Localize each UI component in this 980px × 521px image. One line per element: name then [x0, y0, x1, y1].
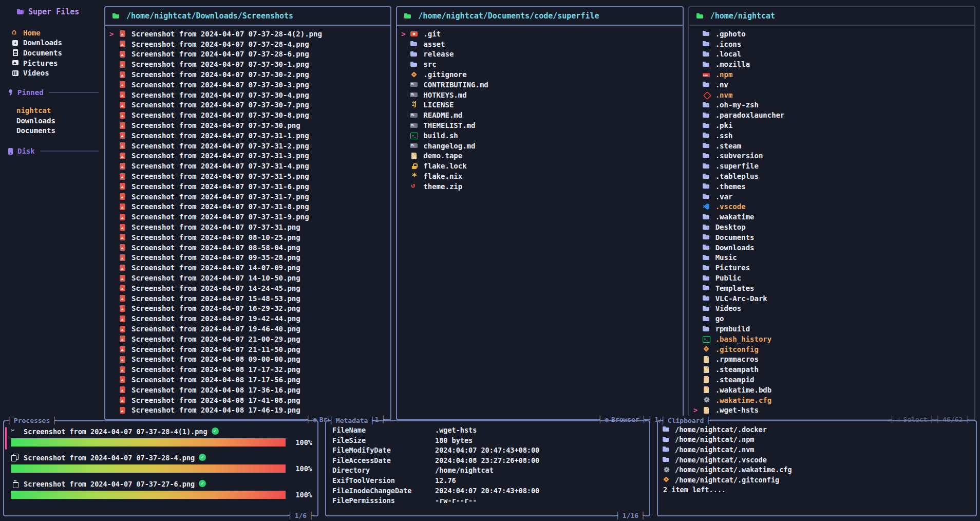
- file-row[interactable]: CONTRIBUTING.md: [401, 80, 680, 90]
- file-row[interactable]: release: [401, 49, 680, 60]
- file-row[interactable]: .bash_history: [693, 334, 972, 344]
- file-row[interactable]: changelog.md: [401, 141, 680, 151]
- file-row[interactable]: theme.zip: [401, 181, 680, 192]
- process-item[interactable]: Screenshot from 2024-04-07 07-37-27-6.pn…: [11, 479, 312, 499]
- sidebar-nav-item[interactable]: Downloads: [11, 38, 103, 48]
- file-row[interactable]: Screenshot from 2024-04-07 07-37-31-3.pn…: [109, 151, 388, 161]
- panel-home[interactable]: /home/nightcat .gphoto .icons: [688, 6, 975, 420]
- file-row[interactable]: Screenshot from 2024-04-07 07-37-31-2.pn…: [109, 141, 388, 151]
- file-row[interactable]: .wget-hsts: [693, 405, 972, 415]
- file-row[interactable]: Public: [693, 273, 972, 283]
- file-row[interactable]: Screenshot from 2024-04-07 14-10-50.png: [109, 273, 388, 283]
- file-row[interactable]: Screenshot from 2024-04-07 07-37-28-4.pn…: [109, 39, 388, 49]
- file-row[interactable]: Screenshot from 2024-04-07 15-48-53.png: [109, 293, 388, 304]
- file-row[interactable]: go: [693, 313, 972, 324]
- file-row[interactable]: .gitignore: [401, 69, 680, 80]
- file-row[interactable]: Pictures: [693, 263, 972, 273]
- file-row[interactable]: LICENSE: [401, 100, 680, 110]
- file-row[interactable]: Videos: [693, 304, 972, 314]
- processes-panel[interactable]: Processes Screenshot from 2024-04-07 07-…: [3, 420, 318, 516]
- file-row[interactable]: .icons: [693, 39, 972, 49]
- file-row[interactable]: Screenshot from 2024-04-08 17-41-08.png: [109, 395, 388, 405]
- file-row[interactable]: .subversion: [693, 151, 972, 161]
- file-row[interactable]: Screenshot from 2024-04-07 07-37-31-9.pn…: [109, 212, 388, 222]
- file-row[interactable]: VLC-Arc-Dark: [693, 293, 972, 304]
- process-item[interactable]: Screenshot from 2024-04-07 07-37-28-4.pn…: [11, 453, 312, 473]
- pinned-item[interactable]: Documents: [16, 126, 103, 137]
- sidebar-nav-item[interactable]: Home: [11, 28, 103, 38]
- file-row[interactable]: Screenshot from 2024-04-08 17-17-32.png: [109, 364, 388, 375]
- panel-superfile[interactable]: /home/nightcat/Documents/code/superfile …: [396, 6, 683, 420]
- file-row[interactable]: rpmbuild: [693, 324, 972, 334]
- file-row[interactable]: Templates: [693, 283, 972, 293]
- panel-screenshots[interactable]: /home/nightcat/Downloads/Screenshots Scr…: [104, 6, 391, 420]
- file-row[interactable]: Screenshot from 2024-04-07 07-37-30-1.pn…: [109, 59, 388, 69]
- file-row[interactable]: Screenshot from 2024-04-07 21-11-50.png: [109, 344, 388, 355]
- file-row[interactable]: Screenshot from 2024-04-07 08-10-25.png: [109, 232, 388, 243]
- file-row[interactable]: Screenshot from 2024-04-07 07-37-30-2.pn…: [109, 69, 388, 80]
- file-row[interactable]: Screenshot from 2024-04-07 21-00-29.png: [109, 334, 388, 344]
- file-row[interactable]: THEMELIST.md: [401, 120, 680, 131]
- file-row[interactable]: Music: [693, 253, 972, 263]
- file-row[interactable]: .wakatime.cfg: [693, 395, 972, 405]
- file-row[interactable]: .wakatime: [693, 212, 972, 222]
- file-row[interactable]: flake.nix: [401, 171, 680, 181]
- file-row[interactable]: Downloads: [693, 243, 972, 253]
- file-row[interactable]: src: [401, 59, 680, 69]
- file-row[interactable]: README.md: [401, 110, 680, 120]
- file-row[interactable]: .pki: [693, 120, 972, 131]
- file-row[interactable]: .superfile: [693, 161, 972, 171]
- file-row[interactable]: Screenshot from 2024-04-07 07-37-30-3.pn…: [109, 80, 388, 90]
- file-row[interactable]: Screenshot from 2024-04-07 09-35-28.png: [109, 253, 388, 263]
- sidebar-nav-item[interactable]: Pictures: [11, 58, 103, 68]
- file-row[interactable]: Screenshot from 2024-04-07 19-46-40.png: [109, 324, 388, 334]
- file-row[interactable]: Screenshot from 2024-04-08 17-17-56.png: [109, 375, 388, 385]
- file-row[interactable]: .nvm: [693, 90, 972, 100]
- clipboard-panel[interactable]: Clipboard /home/nightcat/.docker /home/n…: [657, 420, 977, 516]
- file-row[interactable]: .rpmmacros: [693, 355, 972, 365]
- file-row[interactable]: Screenshot from 2024-04-07 16-29-32.png: [109, 304, 388, 314]
- file-row[interactable]: .oh-my-zsh: [693, 100, 972, 110]
- file-row[interactable]: asset: [401, 39, 680, 49]
- file-row[interactable]: Screenshot from 2024-04-07 07-37-28-6.pn…: [109, 49, 388, 60]
- file-row[interactable]: .vscode: [693, 202, 972, 212]
- file-row[interactable]: Screenshot from 2024-04-07 07-37-31.png: [109, 222, 388, 232]
- file-row[interactable]: Screenshot from 2024-04-07 07-37-30-7.pn…: [109, 100, 388, 110]
- file-row[interactable]: Screenshot from 2024-04-07 14-24-45.png: [109, 283, 388, 293]
- file-row[interactable]: demo.tape: [401, 151, 680, 161]
- metadata-panel[interactable]: Metadata FileName .wget-hsts FileSize 18…: [325, 420, 650, 516]
- file-row[interactable]: .git: [401, 29, 680, 39]
- file-row[interactable]: .tableplus: [693, 171, 972, 181]
- file-row[interactable]: HOTKEYS.md: [401, 90, 680, 100]
- file-row[interactable]: .themes: [693, 181, 972, 192]
- file-row[interactable]: Screenshot from 2024-04-07 07-37-31-1.pn…: [109, 131, 388, 141]
- file-row[interactable]: build.sh: [401, 131, 680, 141]
- file-row[interactable]: Screenshot from 2024-04-08 17-46-19.png: [109, 405, 388, 415]
- file-row[interactable]: .steampath: [693, 364, 972, 375]
- file-row[interactable]: flake.lock: [401, 161, 680, 171]
- file-row[interactable]: Documents: [693, 232, 972, 243]
- file-row[interactable]: .paradoxlauncher: [693, 110, 972, 120]
- file-row[interactable]: Screenshot from 2024-04-07 07-37-31-7.pn…: [109, 192, 388, 202]
- file-row[interactable]: Screenshot from 2024-04-07 07-37-30-4.pn…: [109, 90, 388, 100]
- file-row[interactable]: .wakatime.bdb: [693, 385, 972, 395]
- file-row[interactable]: .mozilla: [693, 59, 972, 69]
- file-row[interactable]: .npm: [693, 69, 972, 80]
- file-row[interactable]: Screenshot from 2024-04-08 09-00-00.png: [109, 355, 388, 365]
- sidebar-nav-item[interactable]: Documents: [11, 48, 103, 58]
- file-row[interactable]: Screenshot from 2024-04-07 07-37-30.png: [109, 120, 388, 131]
- file-row[interactable]: .steampid: [693, 375, 972, 385]
- process-item[interactable]: Screenshot from 2024-04-07 07-37-28-4(1)…: [11, 426, 312, 446]
- file-row[interactable]: .gitconfig: [693, 344, 972, 355]
- file-row[interactable]: Screenshot from 2024-04-07 19-42-44.png: [109, 313, 388, 324]
- sidebar-nav-item[interactable]: Videos: [11, 68, 103, 78]
- file-row[interactable]: Screenshot from 2024-04-07 14-07-09.png: [109, 263, 388, 273]
- file-row[interactable]: .ssh: [693, 131, 972, 141]
- file-row[interactable]: .var: [693, 192, 972, 202]
- file-row[interactable]: .steam: [693, 141, 972, 151]
- file-row[interactable]: Screenshot from 2024-04-07 08-58-04.png: [109, 243, 388, 253]
- pinned-item[interactable]: nightcat: [16, 106, 103, 117]
- file-row[interactable]: Screenshot from 2024-04-07 07-37-30-8.pn…: [109, 110, 388, 120]
- file-row[interactable]: Screenshot from 2024-04-07 07-37-31-5.pn…: [109, 171, 388, 181]
- file-row[interactable]: Screenshot from 2024-04-07 07-37-31-8.pn…: [109, 202, 388, 212]
